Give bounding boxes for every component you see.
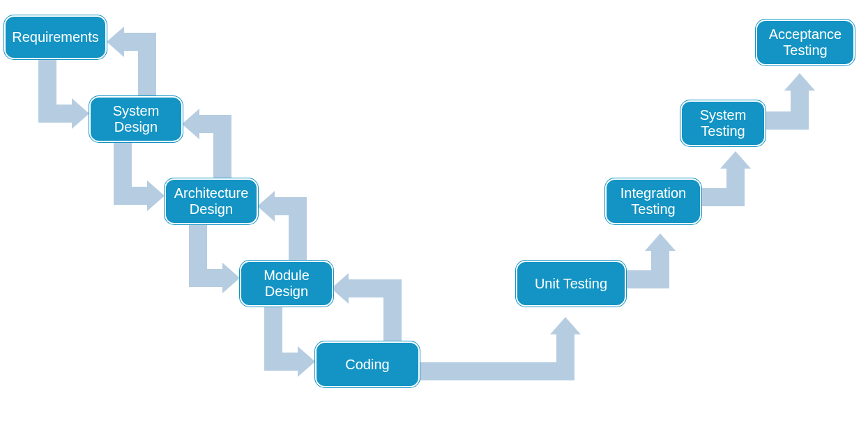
box-label: AcceptanceTesting — [769, 26, 842, 59]
arrow-down-requirements-to-system-design — [38, 59, 89, 129]
svg-rect-3 — [114, 141, 132, 196]
svg-rect-25 — [556, 334, 574, 380]
box-system-design: SystemDesign — [89, 96, 183, 142]
box-system-testing: SystemTesting — [680, 100, 766, 146]
svg-marker-29 — [645, 233, 676, 251]
box-label: Unit Testing — [535, 276, 607, 292]
box-module-design: ModuleDesign — [240, 261, 333, 307]
svg-rect-6 — [189, 224, 207, 278]
box-coding: Coding — [315, 341, 420, 387]
svg-rect-7 — [189, 269, 222, 287]
v-model-diagram: { "diagram": { "type": "v-model", "boxes… — [0, 0, 868, 425]
box-integration-testing: IntegrationTesting — [605, 178, 701, 224]
svg-rect-22 — [349, 279, 402, 298]
box-label: Coding — [345, 357, 389, 373]
svg-rect-9 — [264, 306, 282, 360]
svg-rect-24 — [419, 362, 565, 380]
svg-marker-5 — [147, 180, 165, 211]
svg-rect-28 — [651, 251, 669, 288]
svg-rect-30 — [700, 188, 745, 206]
svg-marker-20 — [257, 191, 275, 222]
svg-marker-14 — [107, 26, 124, 57]
svg-rect-31 — [726, 169, 745, 206]
box-label: SystemDesign — [113, 103, 160, 135]
box-label: Requirements — [12, 29, 99, 45]
box-architecture-design: ArchitectureDesign — [165, 178, 258, 224]
svg-rect-16 — [199, 115, 231, 133]
arrow-up-coding-to-module-design — [331, 273, 402, 342]
svg-rect-15 — [213, 115, 231, 178]
arrow-up-system-design-to-requirements — [107, 26, 156, 95]
arrows-layer — [0, 0, 868, 425]
svg-rect-10 — [264, 353, 298, 371]
svg-rect-0 — [38, 59, 56, 114]
svg-rect-12 — [138, 33, 156, 95]
svg-marker-26 — [550, 317, 581, 334]
arrow-coding-to-unit-testing — [419, 317, 581, 380]
svg-marker-32 — [720, 151, 751, 169]
box-requirements: Requirements — [4, 15, 107, 59]
arrow-up-system-testing-to-acceptance-testing — [764, 73, 815, 130]
svg-rect-27 — [625, 270, 669, 288]
svg-rect-1 — [38, 105, 72, 123]
svg-marker-11 — [298, 346, 315, 377]
box-label: ModuleDesign — [264, 268, 310, 300]
svg-rect-13 — [124, 33, 156, 51]
arrow-up-unit-testing-to-integration-testing — [625, 233, 676, 288]
svg-rect-4 — [114, 187, 147, 205]
svg-rect-34 — [791, 91, 809, 130]
arrow-up-architecture-design-to-system-design — [182, 109, 231, 178]
svg-marker-35 — [784, 73, 815, 91]
svg-rect-33 — [764, 111, 809, 130]
box-acceptance-testing: AcceptanceTesting — [756, 20, 855, 65]
arrow-up-module-design-to-architecture-design — [257, 191, 307, 260]
box-label: SystemTesting — [700, 107, 747, 139]
svg-rect-19 — [275, 197, 307, 215]
box-unit-testing: Unit Testing — [516, 261, 626, 307]
box-label: IntegrationTesting — [620, 185, 687, 217]
svg-marker-8 — [222, 263, 240, 293]
box-label: ArchitectureDesign — [174, 185, 249, 217]
arrow-up-integration-testing-to-system-testing — [700, 151, 751, 206]
svg-rect-18 — [289, 197, 307, 260]
arrow-down-system-design-to-architecture-design — [114, 141, 165, 211]
arrow-down-module-design-to-coding — [264, 306, 315, 377]
svg-marker-23 — [331, 273, 349, 304]
arrow-down-architecture-design-to-module-design — [189, 224, 240, 293]
svg-rect-21 — [383, 279, 402, 342]
svg-marker-17 — [182, 109, 199, 139]
svg-marker-2 — [72, 98, 89, 129]
